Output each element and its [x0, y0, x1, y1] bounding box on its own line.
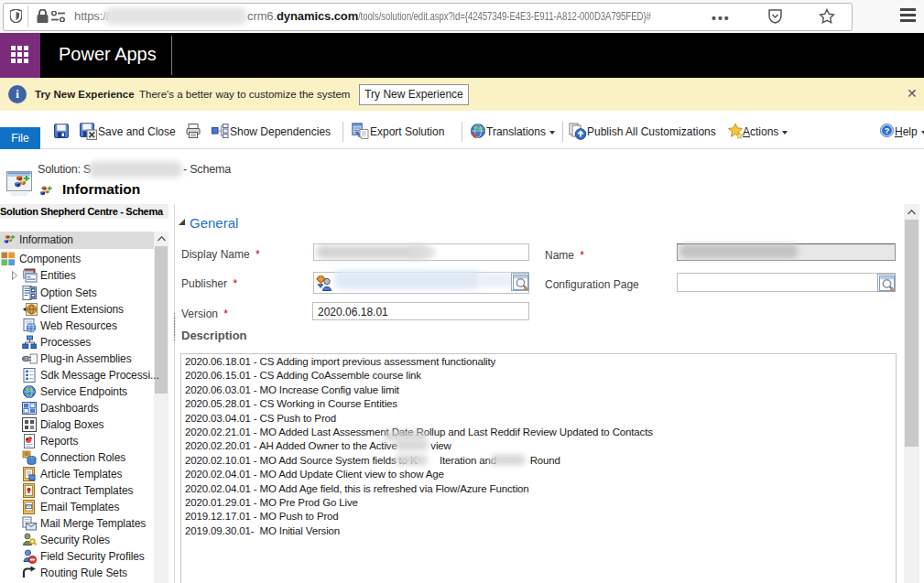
svg-text:?: ? — [885, 125, 890, 135]
